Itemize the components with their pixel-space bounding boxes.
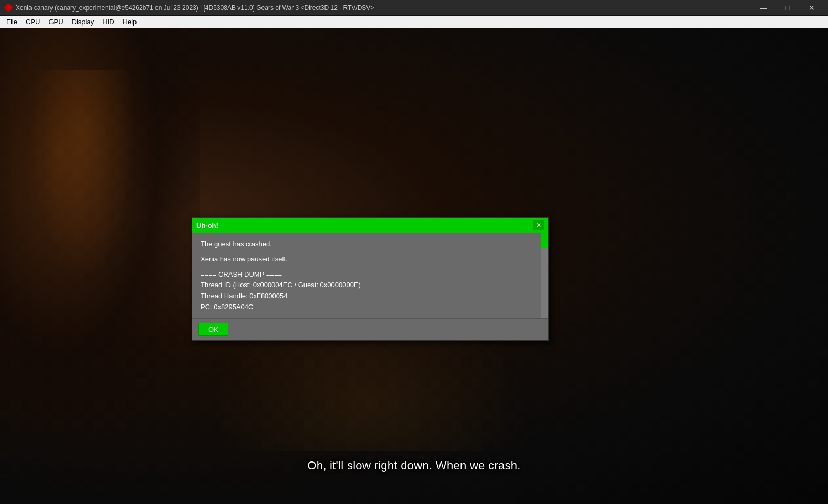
menu-item-gpu[interactable]: GPU bbox=[44, 17, 67, 27]
close-button[interactable]: ✕ bbox=[800, 0, 824, 16]
dialog-line-3: ==== CRASH DUMP ==== bbox=[201, 269, 540, 280]
menu-bar: FileCPUGPUDisplayHIDHelp bbox=[0, 16, 828, 28]
menu-item-display[interactable]: Display bbox=[68, 17, 99, 27]
dialog-body: The guest has crashed. Xenia has now pau… bbox=[192, 233, 548, 318]
window-controls: — □ ✕ bbox=[751, 0, 824, 16]
dialog-scroll-thumb bbox=[541, 233, 548, 248]
title-bar: Xenia-canary (canary_experimental@e54262… bbox=[0, 0, 828, 16]
dialog-title-bar: Uh-oh! ✕ bbox=[192, 218, 548, 233]
dialog-footer: OK bbox=[192, 318, 548, 340]
app-icon bbox=[4, 4, 13, 12]
dialog-spacer-1 bbox=[201, 250, 540, 254]
minimize-button[interactable]: — bbox=[751, 0, 775, 16]
dialog-line-2: Xenia has now paused itself. bbox=[201, 254, 540, 265]
subtitle-text: Oh, it'll slow right down. When we crash… bbox=[0, 459, 828, 472]
dialog-spacer-2 bbox=[201, 265, 540, 269]
dialog-line-4: Thread ID (Host: 0x000004EC / Guest: 0x0… bbox=[201, 280, 540, 291]
maximize-button[interactable]: □ bbox=[775, 0, 800, 16]
menu-item-file[interactable]: File bbox=[2, 17, 22, 27]
main-content: Oh, it'll slow right down. When we crash… bbox=[0, 28, 828, 504]
ok-button[interactable]: OK bbox=[198, 323, 228, 336]
menu-item-help[interactable]: Help bbox=[119, 17, 141, 27]
dialog-line-5: Thread Handle: 0xF8000054 bbox=[201, 291, 540, 302]
atmosphere-effect-1 bbox=[32, 70, 137, 280]
menu-item-hid[interactable]: HID bbox=[98, 17, 118, 27]
dialog-line-6: PC: 0x8295A04C bbox=[201, 302, 540, 313]
dialog-close-button[interactable]: ✕ bbox=[533, 220, 544, 230]
window-title: Xenia-canary (canary_experimental@e54262… bbox=[16, 4, 751, 12]
crash-dialog: Uh-oh! ✕ The guest has crashed. Xenia ha… bbox=[192, 217, 549, 341]
dialog-line-1: The guest has crashed. bbox=[201, 239, 540, 250]
menu-item-cpu[interactable]: CPU bbox=[22, 17, 44, 27]
dialog-title: Uh-oh! bbox=[196, 222, 218, 229]
dialog-scrollbar[interactable] bbox=[541, 233, 548, 318]
